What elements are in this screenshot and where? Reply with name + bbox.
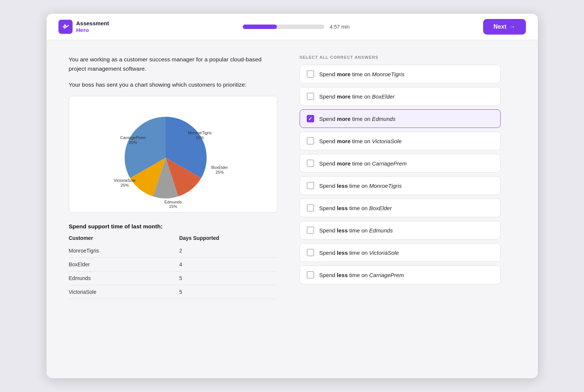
- support-heading: Spend support time of last month:: [69, 223, 277, 230]
- answers-list: Spend more time on MonroeTigrisSpend mor…: [300, 65, 501, 284]
- chart-label-carriageprem: CarriagePrem: [120, 135, 145, 140]
- answer-text-opt6: Spend less time on MonroeTigris: [319, 183, 402, 189]
- answer-option-opt4[interactable]: Spend more time on VictoriaSole: [300, 132, 501, 150]
- answer-option-opt5[interactable]: Spend more time on CarriagePrem: [300, 154, 501, 173]
- table-cell-days: 2: [179, 244, 277, 258]
- table-row: Edmunds5: [69, 271, 277, 285]
- col-days: Days Supported: [179, 235, 277, 244]
- progress-time: 4:57 min: [330, 24, 350, 30]
- chart-pct-edmunds: 15%: [169, 204, 177, 208]
- table-cell-days: 4: [179, 258, 277, 271]
- table-row: MonroeTigris2: [69, 244, 277, 258]
- progress-bar-container: [243, 25, 325, 29]
- answer-text-opt9: Spend less time on VictoriaSole: [319, 250, 399, 256]
- answer-option-opt1[interactable]: Spend more time on MonroeTigris: [300, 65, 501, 83]
- table-cell-days: 5: [179, 285, 277, 299]
- answer-text-opt10: Spend less time on CarriagePrem: [319, 272, 404, 278]
- logo-icon: [58, 20, 73, 34]
- question-line1: You are working as a customer success ma…: [69, 55, 277, 74]
- app-window: Assessment Hero 4:57 min Next → You are …: [47, 14, 538, 378]
- chart-label-boxelder: BoxElder: [211, 165, 228, 170]
- question-line2: Your boss has sent you a chart showing w…: [69, 80, 277, 90]
- chart-container: MonroeTigris 15% BoxElder 25% Edmunds 15…: [69, 96, 277, 213]
- logo-name-top: Assessment: [76, 20, 109, 27]
- col-customer: Customer: [69, 235, 179, 244]
- table-cell-days: 5: [179, 271, 277, 285]
- answer-text-opt7: Spend less time on BoxElder: [319, 205, 392, 211]
- chart-label-victoriasole: VictoriaSole: [114, 178, 135, 183]
- answer-text-opt2: Spend more time on BoxElder: [319, 93, 395, 100]
- header: Assessment Hero 4:57 min Next →: [47, 14, 538, 40]
- checkbox-opt3: ✓: [307, 115, 314, 122]
- answer-option-opt10[interactable]: Spend less time on CarriagePrem: [300, 266, 501, 284]
- checkbox-opt10: [307, 271, 314, 279]
- checkbox-opt8: [307, 226, 314, 234]
- pie-chart-svg: MonroeTigris 15% BoxElder 25% Edmunds 15…: [102, 104, 244, 208]
- progress-bar-fill: [243, 25, 277, 29]
- answer-option-opt9[interactable]: Spend less time on VictoriaSole: [300, 243, 501, 262]
- progress-area: 4:57 min: [243, 24, 350, 30]
- answer-text-opt3: Spend more time on Edmunds: [319, 116, 396, 122]
- checkbox-opt1: [307, 70, 314, 78]
- table-row: BoxElder4: [69, 258, 277, 271]
- answer-option-opt2[interactable]: Spend more time on BoxElder: [300, 87, 501, 106]
- right-panel: SELECT ALL CORRECT ANSWERS Spend more ti…: [300, 55, 501, 363]
- checkbox-opt4: [307, 137, 314, 145]
- table-cell-customer: BoxElder: [69, 258, 179, 271]
- checkbox-opt7: [307, 204, 314, 212]
- answer-option-opt3[interactable]: ✓Spend more time on Edmunds: [300, 109, 501, 128]
- table-cell-customer: MonroeTigris: [69, 244, 179, 258]
- table-cell-customer: VictoriaSole: [69, 285, 179, 299]
- pie-chart: MonroeTigris 15% BoxElder 25% Edmunds 15…: [75, 104, 271, 208]
- answer-text-opt1: Spend more time on MonroeTigris: [319, 71, 405, 77]
- main-content: You are working as a customer success ma…: [47, 40, 538, 378]
- checkbox-opt6: [307, 182, 314, 189]
- chart-label-edmunds: Edmunds: [164, 200, 182, 204]
- next-button[interactable]: Next →: [483, 19, 526, 35]
- arrow-icon: →: [510, 23, 516, 30]
- chart-pct-monroetigris: 15%: [195, 135, 204, 140]
- left-panel: You are working as a customer success ma…: [69, 55, 277, 363]
- logo-text: Assessment Hero: [76, 20, 109, 33]
- chart-pct-victoriasole: 25%: [120, 183, 128, 187]
- chart-pct-carriageprem: 20%: [128, 140, 137, 145]
- answer-text-opt4: Spend more time on VictoriaSole: [319, 138, 402, 144]
- checkbox-opt5: [307, 160, 314, 167]
- answer-option-opt6[interactable]: Spend less time on MonroeTigris: [300, 176, 501, 195]
- support-section: Spend support time of last month: Custom…: [69, 223, 277, 299]
- answer-option-opt8[interactable]: Spend less time on Edmunds: [300, 221, 501, 240]
- answer-text-opt8: Spend less time on Edmunds: [319, 227, 393, 234]
- chart-pct-boxelder: 25%: [215, 170, 223, 174]
- logo-area: Assessment Hero: [58, 20, 109, 34]
- next-label: Next: [494, 23, 507, 30]
- check-mark: ✓: [308, 116, 312, 121]
- support-table: Customer Days Supported MonroeTigris2Box…: [69, 235, 277, 299]
- answer-option-opt7[interactable]: Spend less time on BoxElder: [300, 199, 501, 217]
- answer-text-opt5: Spend more time on CarriagePrem: [319, 160, 407, 167]
- checkbox-opt9: [307, 249, 314, 256]
- table-row: VictoriaSole5: [69, 285, 277, 299]
- checkbox-opt2: [307, 93, 314, 100]
- logo-name-bottom: Hero: [76, 27, 109, 33]
- table-cell-customer: Edmunds: [69, 271, 179, 285]
- select-label: SELECT ALL CORRECT ANSWERS: [300, 55, 501, 60]
- chart-label-monroetigris: MonroeTigris: [188, 131, 212, 135]
